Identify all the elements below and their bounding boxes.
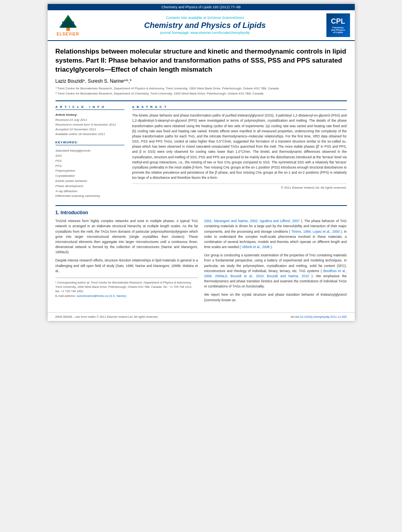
email-link[interactable]: sureshnarine@trentu.ca (S.S. Narine). [77, 294, 127, 298]
footnote-email: E-mail address: sureshnarine@trentu.ca (… [56, 294, 198, 298]
footnote-section: * Corresponding author at: Trent Centre … [56, 278, 198, 298]
keyword-item: Kinetic phase behavior [56, 179, 124, 184]
doi-link[interactable]: doi:10.1016/j.chemphyslip.2011.11.005 [295, 315, 347, 319]
citation-text: Chemistry and Physics of Lipids 165 (201… [161, 5, 241, 9]
article-citation-bar: Chemistry and Physics of Lipids 165 (201… [48, 4, 355, 10]
sciverse-link[interactable]: SciVerse ScienceDirect [207, 16, 244, 20]
keyword-item: Polymorphism [56, 169, 124, 174]
intro-para3: 2001; Marangoni and Narine, 2002; Aguile… [204, 219, 347, 250]
homepage-link[interactable]: www.elsevier.com/locate/chemphyslip [191, 31, 250, 35]
intro-para1: TAG/oil mixtures form highly complex net… [56, 219, 198, 255]
intro-para2: Despite intense research efforts, struct… [56, 258, 198, 274]
keyword-item: X-ray diffraction [56, 189, 124, 194]
affiliation-a: ᵃ Trent Centre for Biomaterials Research… [56, 86, 347, 91]
abstract-section: A R T I C L E I N F O Article history: R… [56, 100, 347, 199]
ref-link-1[interactable]: 2001; Marangoni and Narine, 2002; Aguile… [204, 219, 300, 223]
page-footer: 0009-3084/$ – see front matter © 2011 El… [48, 312, 355, 321]
received-date: Received 23 July 2011 [56, 118, 124, 122]
journal-homepage: journal homepage: www.elsevier.com/locat… [88, 31, 322, 35]
keyword-item: PPS [56, 164, 124, 169]
keywords-header: Keywords: [56, 141, 124, 145]
svg-rect-3 [62, 21, 67, 28]
footnote-star: * Corresponding author at: Trent Centre … [56, 280, 198, 294]
affiliation-b: ᵇ Trent Centre for Biomaterials Research… [56, 91, 347, 96]
body-right-col: 2001; Marangoni and Narine, 2002; Aguile… [204, 219, 347, 306]
keyword-item: Differential scanning calorimetry [56, 194, 124, 199]
abstract-col: A B S T R A C T The kinetic phase behavi… [132, 105, 347, 199]
svg-rect-4 [69, 21, 74, 28]
section-title-intro: 1. Introduction [56, 210, 347, 215]
abstract-text: The kinetic phase behavior and phase tra… [132, 113, 347, 180]
affiliations: ᵃ Trent Centre for Biomaterials Research… [56, 86, 347, 96]
ref-link-2[interactable]: Timms, 1984; Lopez et al., 2000 [291, 230, 340, 234]
journal-logo-row: ELSEVIER Contents lists available at Sci… [48, 10, 355, 40]
introduction-section: 1. Introduction TAG/oil mixtures form hi… [56, 205, 347, 306]
article-title: Relationships between molecular structur… [56, 47, 347, 74]
body-left-col: TAG/oil mixtures form highly complex net… [56, 219, 198, 306]
article-info-header: A R T I C L E I N F O [56, 105, 124, 110]
received-revised-date: Received in revised form 9 November 2011 [56, 122, 124, 127]
journal-center: Contents lists available at SciVerse Sci… [88, 16, 322, 35]
keyword-item: Crystallization [56, 174, 124, 179]
intro-para5: We report here on the crystal structure … [204, 292, 347, 302]
elsevier-tree-icon [54, 14, 82, 32]
ref-link-3[interactable]: Ubbink et al., 2008 [242, 245, 270, 249]
elsevier-text: ELSEVIER [57, 32, 79, 36]
keyword-item: PSS [56, 159, 124, 164]
keyword-item: SSS [56, 154, 124, 159]
journal-title: Chemistry and Physics of Lipids [88, 21, 322, 30]
copyright-line: © 2011 Elsevier Ireland Ltd. All rights … [132, 184, 347, 189]
elsevier-logo: ELSEVIER [52, 14, 84, 36]
journal-header: Chemistry and Physics of Lipids 165 (201… [48, 4, 355, 41]
keywords-block: Keywords: Saturated triacylglycerolsSSSP… [56, 141, 124, 199]
cpl-badge: CPL Chemistryand Physicsof Lipids [326, 13, 350, 37]
footer-doi: doi:doi:10.1016/j.chemphyslip.2011.11.00… [291, 315, 347, 319]
article-history: Article history: Received 23 July 2011 R… [56, 113, 124, 137]
article-info-col: A R T I C L E I N F O Article history: R… [56, 105, 124, 199]
accepted-date: Accepted 10 November 2011 [56, 127, 124, 132]
contents-line: Contents lists available at SciVerse Sci… [88, 16, 322, 20]
abstract-header: A B S T R A C T [132, 105, 347, 110]
article-history-label: Article history: [56, 113, 124, 117]
keyword-item: Phase development [56, 184, 124, 189]
body-two-col: TAG/oil mixtures form highly complex net… [56, 219, 347, 306]
keywords-list: Saturated triacylglycerolsSSSPSSPPSPolym… [56, 148, 124, 199]
main-content: Relationships between molecular structur… [48, 41, 355, 312]
footer-issn: 0009-3084/$ – see front matter © 2011 El… [56, 315, 159, 319]
article-page: Chemistry and Physics of Lipids 165 (201… [48, 4, 355, 321]
available-date: Available online 18 November 2011 [56, 132, 124, 137]
intro-para4: Our group is conducting a systematic exa… [204, 253, 347, 289]
keyword-item: Saturated triacylglycerols [56, 148, 124, 154]
authors: Laziz Bouzidiᵃ, Suresh S. Narineᵃⁱᵇ,* [56, 78, 347, 84]
